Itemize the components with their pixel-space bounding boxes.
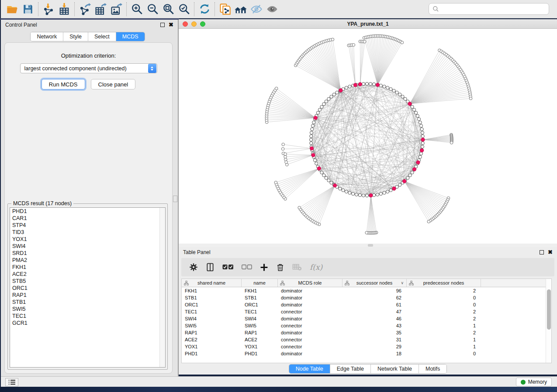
- table-cell[interactable]: SWI4: [182, 316, 242, 321]
- table-row[interactable]: RAP1RAP1dominator352: [182, 329, 551, 336]
- table-row[interactable]: TEC1TEC1connector472: [182, 308, 551, 315]
- open-file-icon[interactable]: [4, 1, 20, 17]
- import-table-icon[interactable]: [56, 1, 72, 17]
- table-cell[interactable]: STB1: [242, 295, 278, 300]
- search-field[interactable]: [429, 3, 549, 15]
- copy-network-icon[interactable]: [217, 1, 233, 17]
- close-panel-button[interactable]: Close panel: [91, 79, 136, 89]
- table-cell[interactable]: ORC1: [242, 302, 278, 307]
- table-cell[interactable]: 35: [343, 330, 407, 335]
- deselect-all-icon[interactable]: [242, 265, 252, 270]
- table-settings-gear-icon[interactable]: [189, 263, 198, 272]
- float-table-panel-icon[interactable]: [540, 250, 544, 254]
- table-scrollbar[interactable]: [546, 279, 551, 363]
- memory-button[interactable]: Memory: [516, 378, 552, 386]
- table-cell[interactable]: 0: [407, 295, 481, 300]
- column-header-successor-nodes[interactable]: successor nodes ∨: [343, 279, 407, 287]
- show-all-icon[interactable]: [264, 1, 280, 17]
- table-cell[interactable]: SWI5: [182, 323, 242, 328]
- list-item[interactable]: SWI5: [10, 306, 165, 313]
- table-cell[interactable]: dominator: [278, 302, 343, 307]
- table-cell[interactable]: connector: [278, 323, 343, 328]
- column-header-shared-name[interactable]: shared name: [182, 279, 242, 287]
- tab-style[interactable]: Style: [63, 32, 88, 41]
- table-row[interactable]: PHD1PHD1dominator180: [182, 350, 551, 357]
- list-item[interactable]: STB1: [10, 299, 165, 306]
- node-table[interactable]: shared name name MCDS role successor nod…: [181, 279, 552, 363]
- network-window-titlebar[interactable]: YPA_prune.txt_1: [179, 19, 557, 29]
- tab-mcds[interactable]: MCDS: [116, 32, 145, 41]
- table-cell[interactable]: YOX1: [182, 344, 242, 349]
- vertical-splitter-grip[interactable]: [173, 196, 177, 202]
- table-cell[interactable]: 2: [407, 316, 481, 321]
- export-image-icon[interactable]: [108, 1, 124, 17]
- table-cell[interactable]: TEC1: [182, 309, 242, 314]
- list-item[interactable]: FKH1: [10, 264, 165, 271]
- table-row[interactable]: STB1STB1dominator620: [182, 294, 551, 301]
- zoom-selected-icon[interactable]: [176, 1, 192, 17]
- hide-selected-icon[interactable]: [249, 1, 264, 17]
- table-cell[interactable]: PHD1: [182, 351, 242, 356]
- close-panel-icon[interactable]: ✖: [169, 23, 173, 27]
- table-cell[interactable]: dominator: [278, 288, 343, 293]
- table-cell[interactable]: 1: [407, 344, 481, 349]
- column-header-mcds-role[interactable]: MCDS role: [278, 279, 343, 287]
- tab-select[interactable]: Select: [88, 32, 116, 41]
- table-cell[interactable]: dominator: [278, 295, 343, 300]
- table-cell[interactable]: FKH1: [182, 288, 242, 293]
- table-cell[interactable]: 0: [407, 351, 481, 356]
- table-cell[interactable]: connector: [278, 309, 343, 314]
- table-cell[interactable]: dominator: [278, 351, 343, 356]
- criterion-dropdown[interactable]: largest connected component (undirected): [20, 63, 157, 73]
- import-network-icon[interactable]: [41, 1, 56, 17]
- table-row[interactable]: FKH1FKH1dominator962: [182, 287, 551, 294]
- list-item[interactable]: SWI4: [10, 243, 165, 250]
- table-cell[interactable]: RAP1: [242, 330, 278, 335]
- table-cell[interactable]: 2: [407, 309, 481, 314]
- table-cell[interactable]: PHD1: [242, 351, 278, 356]
- table-cell[interactable]: STB1: [182, 295, 242, 300]
- refresh-icon[interactable]: [197, 1, 212, 17]
- table-cell[interactable]: dominator: [278, 330, 343, 335]
- tab-node-table[interactable]: Node Table: [289, 364, 330, 373]
- table-cell[interactable]: 61: [343, 302, 407, 307]
- zoom-in-icon[interactable]: [129, 1, 145, 17]
- table-row[interactable]: ACE2ACE2connector311: [182, 336, 551, 343]
- list-item[interactable]: STP4: [10, 222, 165, 229]
- task-history-button[interactable]: [5, 378, 18, 386]
- list-item[interactable]: ORC1: [10, 285, 165, 292]
- table-cell[interactable]: SWI4: [242, 316, 278, 321]
- table-cell[interactable]: ORC1: [182, 302, 242, 307]
- save-session-icon[interactable]: [20, 1, 36, 17]
- table-cell[interactable]: connector: [278, 344, 343, 349]
- show-columns-icon[interactable]: [206, 263, 214, 272]
- tab-network[interactable]: Network: [31, 32, 63, 41]
- export-network-icon[interactable]: [77, 1, 93, 17]
- network-graph[interactable]: [179, 29, 557, 244]
- column-header-predecessor-nodes[interactable]: predecessor nodes: [407, 279, 481, 287]
- horizontal-splitter-grip[interactable]: [368, 244, 373, 247]
- search-input[interactable]: [439, 6, 545, 12]
- table-cell[interactable]: connector: [278, 337, 343, 342]
- tab-network-table[interactable]: Network Table: [371, 364, 419, 373]
- tab-motifs[interactable]: Motifs: [419, 364, 446, 373]
- first-neighbors-icon[interactable]: [233, 1, 249, 17]
- float-panel-icon[interactable]: [160, 23, 165, 27]
- table-row[interactable]: ORC1ORC1dominator610: [182, 301, 551, 308]
- table-cell[interactable]: 43: [343, 323, 407, 328]
- close-table-panel-icon[interactable]: ✖: [548, 250, 553, 254]
- delete-column-icon[interactable]: [276, 263, 284, 272]
- table-scrollbar-thumb[interactable]: [547, 289, 551, 330]
- table-cell[interactable]: FKH1: [242, 288, 278, 293]
- export-table-icon[interactable]: [93, 1, 108, 17]
- table-row[interactable]: SWI5SWI5connector431: [182, 322, 551, 329]
- table-cell[interactable]: ACE2: [182, 337, 242, 342]
- table-cell[interactable]: 46: [343, 316, 407, 321]
- table-cell[interactable]: SWI5: [242, 323, 278, 328]
- table-cell[interactable]: 31: [343, 337, 407, 342]
- table-cell[interactable]: 2: [407, 330, 481, 335]
- table-cell[interactable]: 18: [343, 351, 407, 356]
- table-cell[interactable]: RAP1: [182, 330, 242, 335]
- list-scrollbar[interactable]: [159, 208, 165, 367]
- table-row[interactable]: YOX1YOX1connector291: [182, 343, 551, 350]
